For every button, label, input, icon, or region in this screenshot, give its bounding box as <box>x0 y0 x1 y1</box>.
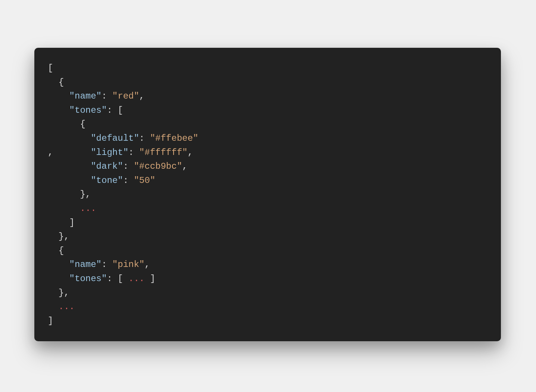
json-string: "red" <box>112 91 139 101</box>
code-token <box>48 189 80 199</box>
code-token <box>48 133 91 143</box>
code-token <box>48 231 59 242</box>
code-token <box>48 91 69 101</box>
code-token <box>48 218 69 228</box>
code-token: , <box>182 161 187 171</box>
code-token <box>48 259 69 270</box>
code-token <box>48 203 80 214</box>
json-key: "tone" <box>91 175 123 186</box>
code-token: { <box>59 77 64 87</box>
code-token: : <box>102 259 112 270</box>
code-token: : <box>139 133 150 143</box>
json-key: "tones" <box>69 105 107 115</box>
code-token: ] <box>144 274 155 284</box>
ellipsis: ... <box>59 302 75 312</box>
ellipsis: ... <box>80 203 96 214</box>
code-token <box>48 302 59 312</box>
code-token: : <box>107 105 118 115</box>
code-token: ] <box>69 218 75 228</box>
json-key: "name" <box>69 91 102 101</box>
code-token <box>48 246 59 256</box>
code-token <box>48 105 69 115</box>
json-string: "pink" <box>112 259 144 270</box>
json-key: "name" <box>69 259 102 270</box>
code-token: , <box>139 91 144 101</box>
json-string: "#ffffff" <box>139 147 188 158</box>
json-key: "dark" <box>91 161 123 171</box>
code-token: , <box>48 147 91 158</box>
json-key: "tones" <box>69 274 107 284</box>
code-token: }, <box>80 189 91 199</box>
code-token <box>48 161 91 171</box>
code-token <box>48 119 80 129</box>
code-token <box>48 274 69 284</box>
code-token: , <box>144 259 150 270</box>
code-token: ] <box>48 316 53 326</box>
code-token: { <box>59 246 64 256</box>
code-token: }, <box>59 231 69 242</box>
code-token: [ <box>118 274 128 284</box>
json-key: "light" <box>91 147 128 158</box>
code-token: }, <box>59 288 69 298</box>
code-token: : <box>123 175 134 186</box>
code-token <box>48 77 59 87</box>
code-token: : <box>102 91 112 101</box>
code-token: { <box>80 119 85 129</box>
json-string: "50" <box>134 175 155 186</box>
code-token: , <box>187 147 193 158</box>
code-token <box>48 175 91 186</box>
code-token: [ <box>48 63 53 73</box>
code-block: [ { "name": "red", "tones": [ { "default… <box>34 48 501 341</box>
code-token: : <box>107 274 118 284</box>
code-content: [ { "name": "red", "tones": [ { "default… <box>48 61 487 328</box>
json-string: "#ffebee" <box>150 133 199 143</box>
code-token <box>48 288 59 298</box>
json-string: "#ccb9bc" <box>134 161 182 171</box>
code-token: : <box>123 161 134 171</box>
code-token: [ <box>118 105 123 115</box>
code-token: : <box>128 147 139 158</box>
ellipsis: ... <box>128 274 144 284</box>
json-key: "default" <box>91 133 139 143</box>
